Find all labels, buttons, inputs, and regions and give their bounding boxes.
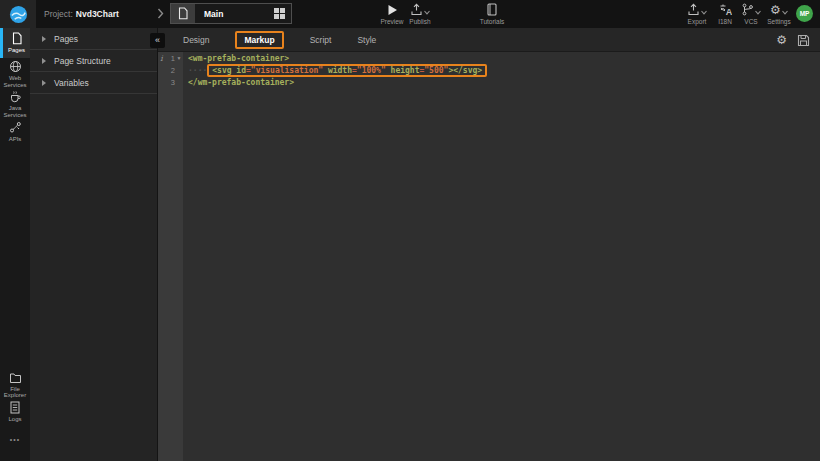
panel-collapse-button[interactable]: « (150, 33, 165, 48)
panel-section-variables[interactable]: Variables (30, 72, 157, 94)
export-upload-icon (687, 3, 700, 16)
code-line[interactable]: i1▼<wm-prefab-container> (158, 54, 820, 63)
settings-button[interactable]: ⚙ Settings (759, 3, 799, 25)
pages-icon (11, 32, 23, 45)
publish-button[interactable]: Publish (400, 3, 440, 25)
expand-triangle-icon (42, 36, 46, 42)
sidebar-more-button[interactable]: ••• (0, 436, 30, 443)
token-str: "500" (424, 66, 448, 75)
sidebar-item-label: Web Services (0, 75, 30, 88)
sidebar-item-label: APIs (8, 136, 23, 143)
line-gutter: 3 (158, 78, 183, 87)
translate-icon: A (719, 3, 732, 16)
code-line[interactable]: 3</wm-prefab-container> (158, 78, 820, 87)
publish-upload-icon (410, 3, 423, 16)
token-attr: height (391, 66, 420, 75)
token-tag: <svg (212, 66, 231, 75)
panel-section-label: Page Structure (54, 56, 111, 66)
expand-triangle-icon (42, 80, 46, 86)
coffee-cup-icon (9, 90, 22, 103)
editor-tabbar: Design Markup Script Style ⚙ (158, 28, 820, 52)
markup-code-editor[interactable]: i1▼<wm-prefab-container>2····<svg id="vi… (158, 52, 820, 87)
sidebar-item-file-explorer[interactable]: File Explorer (0, 371, 30, 399)
book-icon (486, 3, 498, 16)
line-number: 3 (165, 78, 175, 87)
topbar: Project: Nvd3Chart Main Preview (0, 0, 820, 28)
tab-design[interactable]: Design (183, 35, 209, 45)
code-lines: i1▼<wm-prefab-container>2····<svg id="vi… (158, 54, 820, 87)
folder-icon (9, 372, 22, 384)
fold-caret-icon[interactable]: ▼ (175, 54, 183, 63)
gutter-info-icon: i (158, 54, 165, 63)
editor-area: Design Markup Script Style ⚙ i1▼<wm-pref… (158, 28, 820, 461)
export-label: Export (688, 18, 707, 25)
line-number: 1 (165, 54, 175, 63)
save-icon[interactable] (797, 34, 810, 47)
tab-script[interactable]: Script (310, 35, 332, 45)
wavemaker-logo-icon (9, 5, 28, 24)
token-str: "visualisation" (251, 66, 323, 75)
wavemaker-ide: Project: Nvd3Chart Main Preview (0, 0, 820, 461)
panel-section-label: Pages (54, 34, 78, 44)
token-tag: ></svg> (448, 66, 482, 75)
chevron-down-icon (782, 10, 788, 15)
i18n-label: I18N (718, 18, 732, 25)
publish-label: Publish (409, 18, 430, 25)
whitespace-dots: ···· (188, 66, 207, 75)
project-name: Nvd3Chart (76, 9, 119, 19)
token-str: "100%" (357, 66, 386, 75)
sidebar-item-label: File Explorer (0, 386, 30, 399)
panel-section-page-structure[interactable]: Page Structure (30, 50, 157, 72)
chevron-down-icon (424, 10, 430, 15)
sidebar-item-pages[interactable]: Pages (0, 28, 30, 58)
sidebar-item-apis[interactable]: APIs (0, 120, 30, 144)
grid-view-icon[interactable] (274, 8, 285, 19)
pages-panel: Pages Page Structure Variables (30, 28, 158, 461)
vcs-label: VCS (744, 18, 757, 25)
editor-settings-gear-icon[interactable]: ⚙ (776, 34, 787, 46)
play-icon (387, 3, 398, 16)
open-page-tab[interactable]: Main (170, 3, 292, 24)
line-number: 2 (165, 66, 175, 75)
code-text[interactable]: </wm-prefab-container> (188, 78, 294, 87)
settings-label: Settings (767, 18, 791, 25)
token-attr: width (328, 66, 352, 75)
code-text[interactable]: ····<svg id="visualisation" width="100%"… (188, 63, 487, 78)
page-icon (171, 4, 195, 23)
expand-triangle-icon (42, 58, 46, 64)
sidebar-item-label: Logs (7, 416, 22, 423)
token-attr: id (236, 66, 246, 75)
project-label: Project: (44, 9, 73, 19)
token-tag: </wm-prefab-container> (188, 78, 294, 87)
activity-sidebar: Pages Web Services Java Services (0, 28, 30, 461)
token-tag: <wm-prefab-container> (188, 54, 289, 63)
wavemaker-logo[interactable] (0, 0, 36, 28)
highlight-annotation-box: <svg id="visualisation" width="100%" hei… (207, 64, 487, 77)
panel-section-pages[interactable]: Pages (30, 28, 157, 50)
sidebar-item-label: Java Services (0, 105, 30, 118)
breadcrumb-chevron-icon (157, 8, 164, 19)
logs-document-icon (9, 401, 21, 414)
branch-icon (741, 3, 754, 16)
globe-icon (9, 60, 22, 73)
user-avatar[interactable]: MP (796, 5, 813, 22)
sidebar-item-logs[interactable]: Logs (0, 400, 30, 424)
sidebar-item-web-services[interactable]: Web Services (0, 60, 30, 88)
tutorials-button[interactable]: Tutorials (472, 3, 512, 25)
tutorials-label: Tutorials (480, 18, 505, 25)
page-tab-label: Main (195, 9, 274, 19)
panel-section-label: Variables (54, 78, 89, 88)
tab-markup[interactable]: Markup (235, 31, 283, 49)
code-line[interactable]: 2····<svg id="visualisation" width="100%… (158, 63, 820, 78)
line-gutter: i1▼ (158, 54, 183, 63)
gear-icon: ⚙ (770, 4, 781, 16)
code-text[interactable]: <wm-prefab-container> (188, 54, 289, 63)
line-gutter: 2 (158, 66, 183, 75)
sidebar-item-java-services[interactable]: Java Services (0, 90, 30, 118)
api-connector-icon (9, 121, 22, 134)
sidebar-item-label: Pages (7, 47, 26, 54)
tab-style[interactable]: Style (357, 35, 376, 45)
project-title: Project: Nvd3Chart (44, 0, 119, 28)
